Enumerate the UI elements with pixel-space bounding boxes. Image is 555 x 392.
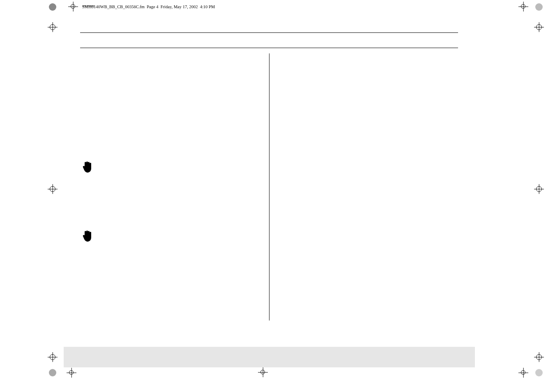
crop-mark [0,0,8,0]
doc-date: Friday, May 17, 2002 [161,5,198,9]
hand-stop-icon [82,230,93,245]
crop-mark [0,19,0,30]
crop-mark [0,30,16,30]
cmyk-swatch-yellow [535,369,543,376]
crop-mark [0,68,0,76]
registration-mark [50,186,55,192]
registration-mark [536,354,542,360]
doc-time: 4:10 PM [200,5,215,9]
footer-bar [64,347,475,367]
registration-mark [50,24,55,30]
registration-mark [69,370,74,375]
doc-filename: SMH6140WB_BB_CB_00356C.fm [82,5,145,9]
cmyk-swatch-cyan [535,3,543,11]
crop-mark [0,86,12,87]
cmyk-swatch-magenta [49,369,56,376]
registration-mark [521,4,525,9]
crop-mark [0,0,0,9]
horizontal-rule [80,32,458,33]
crop-mark [0,19,16,19]
crop-mark [0,9,0,19]
registration-mark [521,370,525,375]
doc-header: SMH6140WB_BB_CB_00356C.fm Page 4 Friday,… [82,5,215,9]
crop-mark [0,38,0,46]
crop-mark [0,94,0,104]
registration-mark [50,354,55,360]
cmyk-swatch-black [49,3,56,11]
crop-mark [0,94,12,95]
crop-mark [0,53,0,60]
horizontal-rule [80,48,458,48]
crop-mark [0,76,12,76]
crop-mark [0,38,12,38]
column-divider [269,53,269,321]
crop-mark [0,87,0,94]
crop-mark [0,76,0,86]
crop-mark [0,53,12,53]
registration-mark [536,24,542,30]
crop-mark [0,68,12,68]
crop-mark [0,60,0,68]
registration-mark [71,4,75,9]
crop-mark [0,9,5,9]
crop-mark [0,46,0,53]
registration-mark [260,370,265,374]
registration-mark [536,186,542,192]
doc-page: Page 4 [147,5,158,9]
hand-stop-icon [82,161,93,176]
crop-mark [0,30,0,38]
